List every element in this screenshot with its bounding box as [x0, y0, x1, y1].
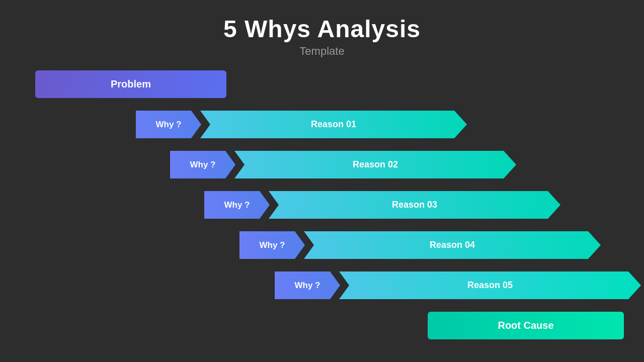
reason-label-3: Reason 03	[392, 200, 437, 210]
reason-label-1: Reason 01	[311, 119, 356, 130]
why-chevron-2: Why ?	[170, 151, 235, 178]
why-chevron-4: Why ?	[239, 231, 305, 259]
reason-arrow-1: Reason 01	[200, 111, 467, 138]
row-3: Why ? Reason 03	[204, 191, 560, 219]
root-cause-label: Root Cause	[498, 320, 553, 331]
reason-arrow-3: Reason 03	[269, 191, 560, 219]
root-cause-box: Root Cause	[428, 312, 624, 339]
problem-box: Problem	[35, 70, 226, 98]
sub-title: Template	[0, 45, 644, 58]
row-1: Why ? Reason 01	[136, 111, 467, 138]
why-chevron-1: Why ?	[136, 111, 201, 138]
why-label-2: Why ?	[190, 160, 216, 170]
title-section: 5 Whys Analysis Template	[0, 0, 644, 58]
problem-label: Problem	[111, 78, 151, 90]
row-4: Why ? Reason 04	[239, 231, 601, 259]
why-label-5: Why ?	[295, 281, 320, 291]
why-label-1: Why ?	[156, 120, 182, 130]
row-2: Why ? Reason 02	[170, 151, 516, 178]
reason-label-2: Reason 02	[353, 159, 398, 170]
reason-label-4: Reason 04	[430, 240, 475, 250]
main-title: 5 Whys Analysis	[0, 15, 644, 43]
reason-label-5: Reason 05	[467, 280, 513, 291]
why-label-4: Why ?	[260, 240, 285, 250]
why-chevron-5: Why ?	[275, 272, 340, 299]
why-label-3: Why ?	[224, 200, 250, 210]
reason-arrow-2: Reason 02	[234, 151, 516, 178]
reason-arrow-4: Reason 04	[304, 231, 601, 259]
row-5: Why ? Reason 05	[275, 272, 641, 299]
why-chevron-3: Why ?	[204, 191, 270, 219]
reason-arrow-5: Reason 05	[339, 272, 641, 299]
